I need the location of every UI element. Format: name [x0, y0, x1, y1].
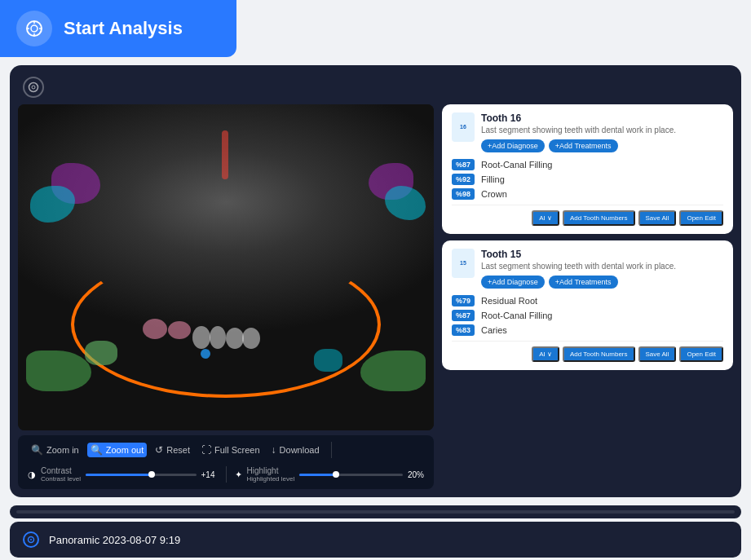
add-treatment-button-16[interactable]: +Add Treatments [549, 139, 618, 152]
finding-item: %87 Root-Canal Filling [452, 310, 723, 321]
finding-item: %83 Caries [452, 324, 723, 336]
add-diagnose-button-16[interactable]: +Add Diagnose [481, 139, 545, 152]
save-all-button-16[interactable]: Save All [638, 210, 677, 226]
finding-item: %87 Root-Canal Filling [452, 159, 723, 170]
highlight-slider[interactable] [299, 474, 403, 476]
overlay-tooth-white-3 [226, 328, 244, 349]
finding-badge: %87 [452, 159, 475, 170]
contrast-slider-group: ◑ Contrast Contrast level +14 [28, 466, 218, 483]
ai-menu-button-15[interactable]: AI ∨ [532, 346, 559, 362]
add-treatment-button-15[interactable]: +Add Treatments [549, 276, 618, 289]
zoom-in-button[interactable]: 🔍 Zoom in [28, 443, 82, 457]
tooth-15-title: Tooth 15 [481, 249, 723, 260]
svg-point-1 [31, 25, 38, 32]
zoom-in-label: Zoom in [46, 445, 79, 455]
list-item-panoramic-1[interactable]: Panoramic 2023-08-07 9:19 [10, 522, 741, 558]
header-logo-icon [16, 11, 52, 46]
scrollbar-track [16, 510, 735, 514]
tooth-15-footer: AI ∨ Add Tooth Numbers Save All Open Edi… [452, 341, 723, 362]
controls-divider-2 [226, 466, 227, 483]
reset-label: Reset [166, 445, 190, 455]
overlay-lower-green [85, 341, 117, 365]
zoom-out-icon: 🔍 [91, 444, 103, 456]
contrast-sublabel: Contrast level [41, 475, 81, 483]
list-item-icon-blue [23, 531, 39, 548]
finding-item: %98 Crown [452, 188, 723, 200]
svg-point-9 [30, 539, 32, 540]
overlay-root-canal [222, 130, 228, 179]
tooth-15-icon: 15 [452, 249, 475, 278]
finding-item: %92 Filling [452, 174, 723, 185]
contrast-slider-thumb[interactable] [148, 471, 155, 478]
highlight-icon: ✦ [235, 470, 242, 480]
highlight-slider-fill [299, 474, 335, 476]
overlay-tooth-white-2 [210, 326, 226, 349]
tooth-15-actions: +Add Diagnose +Add Treatments [481, 276, 723, 289]
tooth-card-15-header: 15 Tooth 15 Last segment showing teeth w… [452, 249, 723, 289]
overlay-dental-arch [71, 251, 381, 398]
tooth-card-16: 16 Tooth 16 Last segment showing teeth w… [442, 104, 733, 234]
overlay-jaw-lower-left [26, 351, 91, 391]
list-item-label-1: Panoramic 2023-08-07 9:19 [49, 534, 180, 546]
tooth-16-title: Tooth 16 [481, 112, 723, 124]
zoom-in-icon: 🔍 [31, 444, 43, 456]
highlight-slider-group: ✦ Highlight Highlighted level 20% [235, 466, 425, 483]
fullscreen-button[interactable]: ⛶ Full Screen [198, 443, 263, 457]
header-title: Start Analysis [64, 18, 183, 39]
highlight-slider-thumb[interactable] [333, 471, 339, 478]
finding-badge: %87 [452, 310, 475, 321]
reset-icon: ↺ [155, 444, 163, 456]
highlight-label: Highlight [247, 466, 295, 475]
add-diagnose-button-15[interactable]: +Add Diagnose [481, 276, 545, 289]
tooth-16-info: Tooth 16 Last segment showing teeth with… [481, 112, 723, 152]
tooth-16-icon: 16 [452, 112, 475, 142]
tooth-card-15: 15 Tooth 15 Last segment showing teeth w… [442, 240, 733, 370]
fullscreen-icon: ⛶ [201, 444, 211, 456]
overlay-tooth-pink-2 [168, 321, 191, 339]
fullscreen-label: Full Screen [214, 445, 260, 455]
finding-item: %79 Residual Root [452, 295, 723, 306]
add-tooth-numbers-button-15[interactable]: Add Tooth Numbers [563, 346, 635, 362]
tooth-15-findings: %79 Residual Root %87 Root-Canal Filling… [452, 295, 723, 336]
controls-divider [331, 442, 332, 458]
highlight-value: 20% [408, 470, 424, 479]
save-all-button-15[interactable]: Save All [638, 346, 677, 362]
tooth-16-actions: +Add Diagnose +Add Treatments [481, 139, 723, 152]
xray-canvas [18, 104, 434, 430]
open-edit-button-16[interactable]: Open Edit [679, 210, 723, 226]
contrast-icon: ◑ [28, 470, 36, 480]
content-area: 🔍 Zoom in 🔍 Zoom out ↺ Reset ⛶ Full Scre… [18, 104, 733, 489]
horizontal-scrollbar[interactable] [10, 505, 741, 518]
main-workspace: 🔍 Zoom in 🔍 Zoom out ↺ Reset ⛶ Full Scre… [10, 65, 741, 497]
app-header: Start Analysis [0, 0, 236, 57]
ai-menu-button-16[interactable]: AI ∨ [532, 210, 559, 226]
zoom-controls: 🔍 Zoom in 🔍 Zoom out ↺ Reset ⛶ Full Scre… [28, 443, 323, 457]
xray-image-container[interactable] [18, 104, 434, 430]
svg-point-6 [29, 83, 38, 92]
tooth-15-subtitle: Last segment showing teeth with dental w… [481, 262, 723, 271]
zoom-out-button[interactable]: 🔍 Zoom out [87, 443, 147, 457]
tooth-15-info: Tooth 15 Last segment showing teeth with… [481, 249, 723, 289]
add-tooth-numbers-button-16[interactable]: Add Tooth Numbers [563, 210, 635, 226]
download-icon: ↓ [272, 444, 276, 456]
reset-button[interactable]: ↺ Reset [152, 443, 193, 457]
open-edit-button-15[interactable]: Open Edit [679, 346, 723, 362]
finding-label: Filling [481, 174, 505, 184]
finding-label: Root-Canal Filling [481, 160, 552, 170]
contrast-value: +14 [201, 470, 218, 479]
xray-panel: 🔍 Zoom in 🔍 Zoom out ↺ Reset ⛶ Full Scre… [18, 104, 434, 489]
workspace-logo-icon [23, 77, 44, 98]
finding-badge: %98 [452, 188, 475, 200]
tooth-16-subtitle: Last segment showing teeth with dental w… [481, 126, 723, 134]
contrast-slider[interactable] [86, 474, 197, 476]
controls-bar: 🔍 Zoom in 🔍 Zoom out ↺ Reset ⛶ Full Scre… [18, 435, 434, 489]
finding-badge: %83 [452, 324, 475, 336]
download-button[interactable]: ↓ Download [268, 443, 323, 457]
finding-label: Crown [481, 189, 507, 199]
contrast-label: Contrast [41, 466, 81, 475]
overlay-jaw-lower-right [360, 351, 426, 391]
tooth-card-16-header: 16 Tooth 16 Last segment showing teeth w… [452, 112, 723, 152]
finding-badge: %92 [452, 174, 475, 185]
finding-label: Caries [481, 325, 507, 335]
zoom-out-label: Zoom out [106, 445, 144, 455]
